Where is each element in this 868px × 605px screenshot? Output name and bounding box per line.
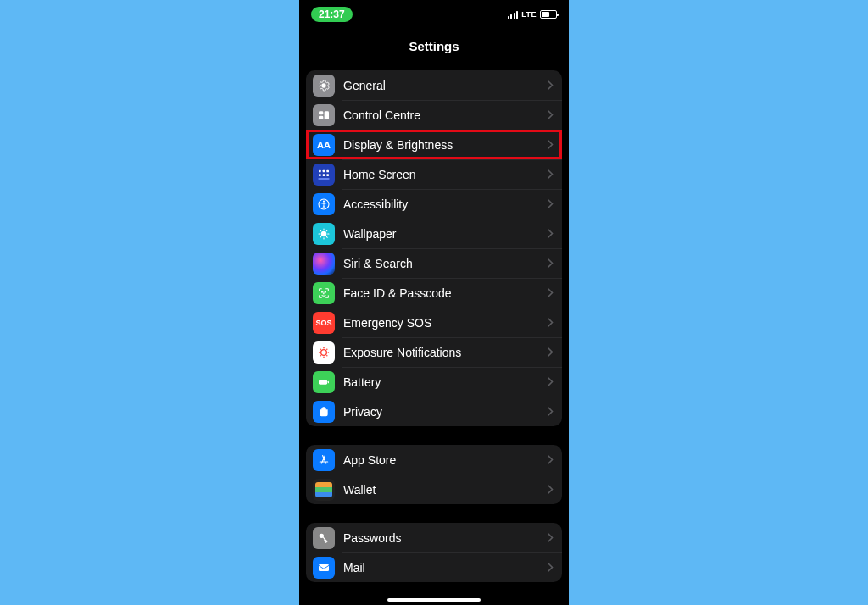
chevron-right-icon <box>548 347 554 357</box>
chevron-right-icon <box>548 407 554 416</box>
chevron-right-icon <box>548 258 554 268</box>
chevron-right-icon <box>548 318 554 327</box>
svg-point-11 <box>323 200 325 202</box>
settings-row-siri-search[interactable]: Siri & Search <box>306 248 562 278</box>
status-bar: 21:37 LTE <box>299 0 569 25</box>
settings-row-wallpaper[interactable]: Wallpaper <box>306 219 562 248</box>
chevron-right-icon <box>548 80 554 90</box>
chevron-right-icon <box>548 533 554 542</box>
svg-point-16 <box>321 350 326 354</box>
row-label: App Store <box>343 453 548 467</box>
settings-row-wallet[interactable]: Wallet <box>306 475 562 504</box>
settings-row-display-brightness[interactable]: AA Display & Brightness <box>306 130 562 159</box>
row-label: Home Screen <box>343 168 548 181</box>
svg-rect-4 <box>323 169 326 172</box>
svg-point-12 <box>321 230 327 236</box>
chevron-right-icon <box>548 199 554 208</box>
row-label: Display & Brightness <box>343 138 548 152</box>
svg-point-21 <box>320 348 321 350</box>
svg-point-23 <box>320 355 321 357</box>
status-right: LTE <box>508 10 557 19</box>
home-screen-icon <box>313 164 335 186</box>
accessibility-icon <box>313 193 335 215</box>
row-label: Wallet <box>343 483 548 497</box>
svg-rect-26 <box>328 380 329 383</box>
svg-rect-1 <box>325 111 329 119</box>
chevron-right-icon <box>548 229 554 238</box>
svg-rect-2 <box>319 115 323 119</box>
settings-row-emergency-sos[interactable]: SOS Emergency SOS <box>306 308 562 337</box>
svg-rect-0 <box>319 111 323 114</box>
display-brightness-icon: AA <box>313 134 335 156</box>
svg-point-13 <box>322 291 323 292</box>
face-id-icon <box>313 282 335 304</box>
row-label: Accessibility <box>343 197 548 211</box>
app-store-icon <box>313 449 335 471</box>
privacy-icon <box>313 401 335 423</box>
page-title: Settings <box>299 25 569 70</box>
home-indicator[interactable] <box>387 598 481 602</box>
control-centre-icon <box>313 104 335 126</box>
emergency-sos-icon: SOS <box>313 312 335 334</box>
mail-icon <box>313 557 335 579</box>
settings-row-battery[interactable]: Battery <box>306 367 562 397</box>
svg-point-17 <box>323 347 325 348</box>
phone-frame: 21:37 LTE Settings General <box>299 0 569 605</box>
svg-rect-6 <box>319 174 321 176</box>
svg-point-14 <box>326 291 326 292</box>
wallpaper-icon <box>313 223 335 245</box>
svg-rect-7 <box>323 174 326 176</box>
chevron-right-icon <box>548 110 554 119</box>
svg-point-19 <box>319 352 320 353</box>
network-label: LTE <box>521 10 537 19</box>
row-label: Emergency SOS <box>343 316 548 330</box>
general-icon <box>313 75 335 97</box>
row-label: Exposure Notifications <box>343 346 548 359</box>
row-label: Siri & Search <box>343 257 548 270</box>
svg-rect-9 <box>318 178 329 180</box>
settings-row-app-store[interactable]: App Store <box>306 445 562 475</box>
exposure-notifications-icon <box>313 341 335 364</box>
chevron-right-icon <box>548 485 554 494</box>
svg-point-20 <box>328 352 330 353</box>
row-label: Passwords <box>343 531 548 545</box>
signal-icon <box>508 10 518 19</box>
svg-point-24 <box>326 355 328 357</box>
settings-group-1: General Control Centre AA Display & Brig… <box>306 70 562 426</box>
chevron-right-icon <box>548 169 554 179</box>
settings-row-mail[interactable]: Mail <box>306 552 562 582</box>
svg-rect-8 <box>326 174 329 176</box>
settings-row-home-screen[interactable]: Home Screen <box>306 159 562 189</box>
settings-row-accessibility[interactable]: Accessibility <box>306 189 562 219</box>
chevron-right-icon <box>548 377 554 386</box>
settings-content: General Control Centre AA Display & Brig… <box>299 70 569 582</box>
svg-rect-5 <box>326 169 329 172</box>
settings-row-control-centre[interactable]: Control Centre <box>306 100 562 130</box>
passwords-icon <box>313 527 335 549</box>
svg-point-22 <box>326 348 328 350</box>
battery-icon <box>313 371 335 393</box>
settings-row-passwords[interactable]: Passwords <box>306 523 562 552</box>
svg-rect-28 <box>319 564 329 571</box>
row-label: Privacy <box>343 405 548 419</box>
siri-icon <box>313 253 335 275</box>
settings-row-general[interactable]: General <box>306 70 562 100</box>
row-label: Control Centre <box>343 108 548 122</box>
row-label: General <box>343 79 548 92</box>
settings-group-3: Passwords Mail <box>306 523 562 582</box>
svg-point-18 <box>323 356 325 358</box>
settings-row-exposure-notifications[interactable]: Exposure Notifications <box>306 337 562 367</box>
chevron-right-icon <box>548 288 554 297</box>
chevron-right-icon <box>548 563 554 572</box>
wallet-icon <box>313 479 335 501</box>
settings-row-face-id-passcode[interactable]: Face ID & Passcode <box>306 278 562 308</box>
svg-rect-25 <box>319 380 327 384</box>
row-label: Wallpaper <box>343 227 548 241</box>
row-label: Battery <box>343 375 548 389</box>
row-label: Mail <box>343 561 548 574</box>
settings-row-privacy[interactable]: Privacy <box>306 397 562 426</box>
chevron-right-icon <box>548 455 554 464</box>
chevron-right-icon <box>548 140 554 149</box>
settings-group-2: App Store Wallet <box>306 445 562 504</box>
time-pill[interactable]: 21:37 <box>311 7 353 22</box>
